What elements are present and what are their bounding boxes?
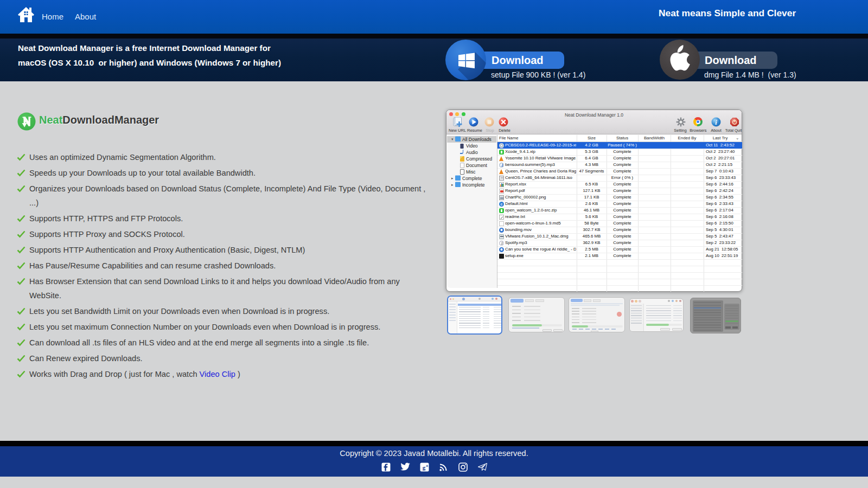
svg-text:g: g xyxy=(423,464,426,471)
svg-text:+: + xyxy=(426,464,429,468)
